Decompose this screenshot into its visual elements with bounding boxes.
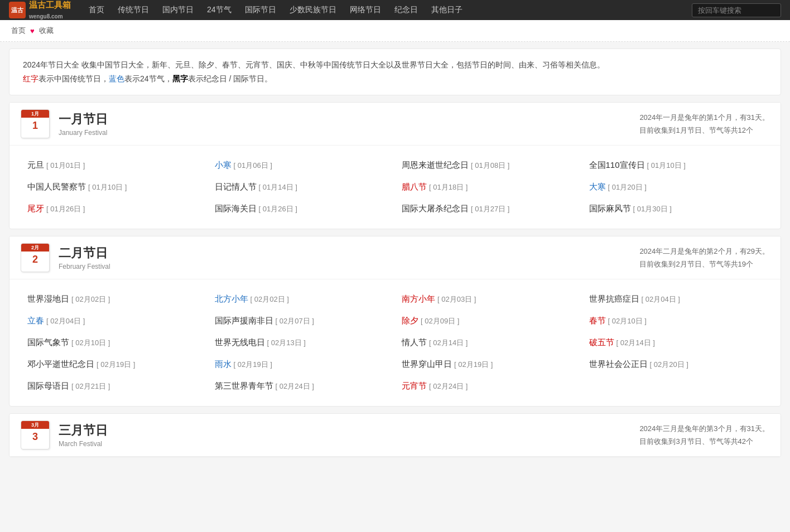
month-desc-3: 2024年三月是兔年的第3个月，有31天。 目前收集到3月节日、节气等共42个 xyxy=(639,422,769,448)
nav-minority[interactable]: 少数民族节日 xyxy=(290,5,336,15)
festival-date: [ 01月10日 ] xyxy=(88,182,127,192)
festival-name: 立春 xyxy=(27,316,44,326)
festival-cell: 元宵节 [ 02月24日 ] xyxy=(395,375,582,397)
festival-name: 世界无线电日 xyxy=(215,337,265,348)
festival-name: 春节 xyxy=(589,316,606,326)
nav-solarterms[interactable]: 24节气 xyxy=(207,5,232,15)
month-desc-2: 2024年二月是兔年的第2个月，有29天。 目前收集到2月节日、节气等共19个 xyxy=(639,245,769,271)
festival-date: [ 02月24日 ] xyxy=(276,381,314,391)
festival-cell: 北方小年 [ 02月02日 ] xyxy=(208,288,396,310)
festival-cell: 立春 [ 02月04日 ] xyxy=(21,310,208,332)
festival-item[interactable]: 国际海关日 [ 01月26日 ] xyxy=(215,204,389,214)
nav-international[interactable]: 国际节日 xyxy=(245,5,276,15)
festival-item[interactable]: 世界无线电日 [ 02月13日 ] xyxy=(215,337,389,348)
festival-item[interactable]: 立春 [ 02月04日 ] xyxy=(27,316,201,326)
festival-date: [ 02月07日 ] xyxy=(276,316,314,326)
festival-name: 除夕 xyxy=(402,316,418,326)
festival-date: [ 02月19日 ] xyxy=(234,360,272,370)
breadcrumb-home[interactable]: 首页 xyxy=(11,26,26,36)
festival-item[interactable]: 国际麻风节 [ 01月30日 ] xyxy=(589,204,763,214)
festival-date: [ 02月19日 ] xyxy=(97,360,135,370)
month-title-cn-1: 一月节日 xyxy=(59,111,630,128)
info-text3: 表示纪念日 / 国际节日。 xyxy=(188,74,273,83)
festival-item[interactable]: 元旦 [ 01月01日 ] xyxy=(27,160,201,171)
festival-name: 雨水 xyxy=(215,359,232,370)
festival-item[interactable]: 北方小年 [ 02月02日 ] xyxy=(215,294,389,304)
site-logo[interactable]: 温古 温古工具箱wengu8.com xyxy=(9,0,71,20)
festival-item[interactable]: 国际大屠杀纪念日 [ 01月27日 ] xyxy=(402,204,576,214)
festival-date: [ 01月26日 ] xyxy=(259,204,297,214)
month-icon-2: 2月 2 xyxy=(21,243,50,272)
festival-date: [ 02月14日 ] xyxy=(616,338,655,348)
festival-item[interactable]: 全国110宣传日 [ 01月10日 ] xyxy=(589,160,763,171)
festival-item[interactable]: 小寒 [ 01月06日 ] xyxy=(215,160,389,171)
festival-cell: 春节 [ 02月10日 ] xyxy=(582,310,770,332)
festival-name: 小寒 xyxy=(215,160,232,171)
month-desc-line2-3: 目前收集到3月节日、节气等共42个 xyxy=(639,435,769,448)
month-number-1: 1 xyxy=(32,120,38,132)
nav-home[interactable]: 首页 xyxy=(89,5,104,15)
festival-cell: 破五节 [ 02月14日 ] xyxy=(582,332,770,354)
festival-cell: 周恩来逝世纪念日 [ 01月08日 ] xyxy=(395,154,582,176)
festival-item[interactable]: 腊八节 [ 01月18日 ] xyxy=(402,182,576,192)
nav-traditional[interactable]: 传统节日 xyxy=(118,5,149,15)
festival-date: [ 02月13日 ] xyxy=(267,338,306,348)
festival-item[interactable]: 南方小年 [ 02月03日 ] xyxy=(402,294,576,304)
festival-name: 国际海关日 xyxy=(215,204,257,214)
festival-item[interactable]: 雨水 [ 02月19日 ] xyxy=(215,359,389,370)
festival-name: 国际麻风节 xyxy=(589,204,631,214)
festival-date: [ 02月02日 ] xyxy=(251,294,289,304)
festival-cell: 邓小平逝世纪念日 [ 02月19日 ] xyxy=(21,354,208,375)
festival-cell: 雨水 [ 02月19日 ] xyxy=(208,354,396,375)
month-icon-topbar-2: 2月 xyxy=(21,244,49,252)
month-title-block-3: 三月节日 March Festival xyxy=(59,422,630,448)
festival-item[interactable]: 元宵节 [ 02月24日 ] xyxy=(402,381,576,391)
festival-item[interactable]: 世界穿山甲日 [ 02月19日 ] xyxy=(402,359,576,370)
month-header-3: 3月 3 三月节日 March Festival 2024年三月是兔年的第3个月… xyxy=(9,414,781,457)
festival-item[interactable]: 世界湿地日 [ 02月02日 ] xyxy=(27,294,201,304)
festival-item[interactable]: 第三世界青年节 [ 02月24日 ] xyxy=(215,381,389,391)
search-input[interactable] xyxy=(692,3,781,17)
festival-item[interactable]: 春节 [ 02月10日 ] xyxy=(589,316,763,326)
nav-domestic[interactable]: 国内节日 xyxy=(162,5,194,15)
festival-name: 全国110宣传日 xyxy=(589,160,645,171)
month-title-block-1: 一月节日 January Festival xyxy=(59,111,630,137)
breadcrumb-favorites[interactable]: 收藏 xyxy=(39,26,54,36)
festival-item[interactable]: 大寒 [ 01月20日 ] xyxy=(589,182,763,192)
festival-date: [ 01月01日 ] xyxy=(46,161,85,171)
festival-name: 世界穿山甲日 xyxy=(402,359,452,370)
festival-cell: 世界湿地日 [ 02月02日 ] xyxy=(21,288,208,310)
festival-name: 国际气象节 xyxy=(27,337,69,348)
festival-item[interactable]: 世界抗癌症日 [ 02月04日 ] xyxy=(589,294,763,304)
festival-item[interactable]: 情人节 [ 02月14日 ] xyxy=(402,337,576,348)
festival-date: [ 01月30日 ] xyxy=(633,204,672,214)
festival-item[interactable]: 国际气象节 [ 02月10日 ] xyxy=(27,337,201,348)
festival-item[interactable]: 尾牙 [ 01月26日 ] xyxy=(27,204,201,214)
festival-item[interactable]: 中国人民警察节 [ 01月10日 ] xyxy=(27,182,201,192)
month-desc-line1-2: 2024年二月是兔年的第2个月，有29天。 xyxy=(639,245,769,258)
festival-item[interactable]: 破五节 [ 02月14日 ] xyxy=(589,337,763,348)
festival-name: 国际声援南非日 xyxy=(215,316,273,326)
nav-internet[interactable]: 网络节日 xyxy=(350,5,381,15)
festival-date: [ 02月14日 ] xyxy=(429,338,468,348)
festival-item[interactable]: 除夕 [ 02月09日 ] xyxy=(402,316,576,326)
festival-date: [ 01月26日 ] xyxy=(46,204,85,214)
festival-item[interactable]: 世界社会公正日 [ 02月20日 ] xyxy=(589,359,763,370)
nav-memorial[interactable]: 纪念日 xyxy=(394,5,418,15)
festival-item[interactable]: 国际母语日 [ 02月21日 ] xyxy=(27,381,201,391)
festival-cell: 世界抗癌症日 [ 02月04日 ] xyxy=(582,288,770,310)
festival-cell: 国际气象节 [ 02月10日 ] xyxy=(21,332,208,354)
festival-item[interactable]: 日记情人节 [ 01月14日 ] xyxy=(215,182,389,192)
nav-other[interactable]: 其他日子 xyxy=(431,5,463,15)
info-red-label: 红字 xyxy=(23,74,38,83)
festival-date: [ 01月18日 ] xyxy=(429,182,468,192)
month-desc-line1-3: 2024年三月是兔年的第3个月，有31天。 xyxy=(639,422,769,435)
festival-item[interactable]: 周恩来逝世纪念日 [ 01月08日 ] xyxy=(402,160,576,171)
festival-cell: 小寒 [ 01月06日 ] xyxy=(208,154,396,176)
festival-item[interactable]: 邓小平逝世纪念日 [ 02月19日 ] xyxy=(27,359,201,370)
month-number-3: 3 xyxy=(32,431,38,443)
festival-cell: 大寒 [ 01月20日 ] xyxy=(582,176,770,198)
festival-date: [ 01月10日 ] xyxy=(647,161,686,171)
festival-item[interactable]: 国际声援南非日 [ 02月07日 ] xyxy=(215,316,389,326)
festival-date: [ 01月06日 ] xyxy=(234,161,272,171)
